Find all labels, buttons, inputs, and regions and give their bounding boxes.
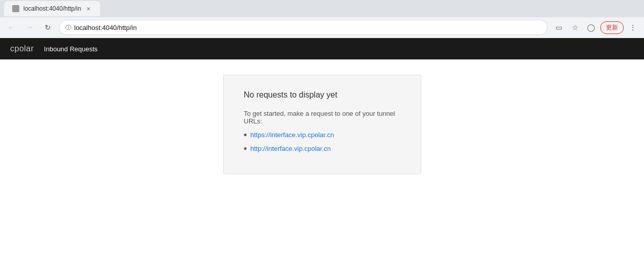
card-title: No requests to display yet bbox=[244, 90, 401, 100]
inbound-requests-nav-link[interactable]: Inbound Requests bbox=[44, 45, 98, 53]
back-button[interactable]: ← bbox=[4, 20, 18, 35]
url-display: localhost:4040/http/in bbox=[74, 24, 541, 31]
bookmark-icon[interactable]: ☆ bbox=[568, 20, 582, 35]
toolbar-right: ▭ ☆ ◯ 更新 ⋮ bbox=[551, 20, 640, 35]
tunnel-url-http[interactable]: http://interface.vip.cpolar.cn bbox=[251, 145, 331, 152]
request-card: No requests to display yet To get starte… bbox=[223, 75, 421, 174]
address-bar[interactable]: ⓘ localhost:4040/http/in bbox=[59, 20, 547, 35]
app-nav: cpolar Inbound Requests bbox=[0, 38, 644, 59]
url-list: https://interface.vip.cpolar.cn http://i… bbox=[244, 131, 401, 152]
tab-close-button[interactable]: ✕ bbox=[85, 5, 92, 12]
security-icon: ⓘ bbox=[66, 24, 71, 31]
tab-favicon bbox=[12, 5, 19, 12]
url-list-item-1: https://interface.vip.cpolar.cn bbox=[244, 131, 401, 139]
tunnel-url-https[interactable]: https://interface.vip.cpolar.cn bbox=[251, 131, 334, 139]
address-bar-row: ← → ↻ ⓘ localhost:4040/http/in ▭ ☆ ◯ 更新 … bbox=[0, 17, 644, 38]
menu-icon[interactable]: ⋮ bbox=[626, 20, 640, 35]
forward-button[interactable]: → bbox=[22, 20, 37, 35]
cast-icon[interactable]: ▭ bbox=[551, 20, 566, 35]
update-button[interactable]: 更新 bbox=[600, 21, 624, 34]
browser-chrome: localhost:4040/http/in ✕ ← → ↻ ⓘ localho… bbox=[0, 0, 644, 38]
card-subtitle: To get started, make a request to one of… bbox=[244, 110, 401, 125]
url-list-item-2: http://interface.vip.cpolar.cn bbox=[244, 145, 401, 152]
app-brand: cpolar bbox=[10, 44, 34, 53]
active-tab[interactable]: localhost:4040/http/in ✕ bbox=[4, 1, 100, 16]
bullet-icon-1 bbox=[244, 134, 247, 136]
tab-title: localhost:4040/http/in bbox=[23, 5, 81, 12]
tab-bar: localhost:4040/http/in ✕ bbox=[0, 0, 644, 17]
reload-button[interactable]: ↻ bbox=[41, 20, 55, 35]
bullet-icon-2 bbox=[244, 147, 247, 150]
main-content: No requests to display yet To get starte… bbox=[0, 59, 644, 189]
profile-icon[interactable]: ◯ bbox=[584, 20, 598, 35]
